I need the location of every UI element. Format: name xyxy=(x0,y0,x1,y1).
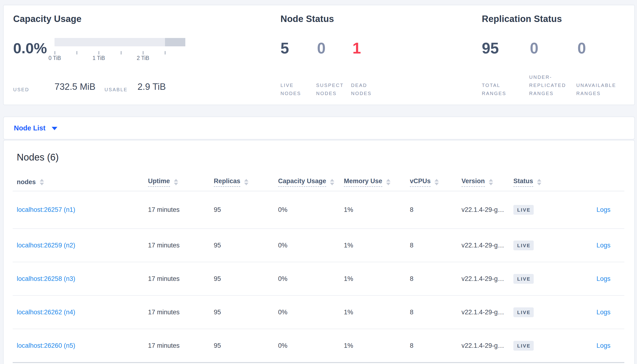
column-header-version[interactable]: Version xyxy=(457,178,509,187)
node-address-link[interactable]: localhost:26260 (n5) xyxy=(17,342,75,349)
column-header-label: Version xyxy=(462,178,485,187)
cluster-summary-card: Capacity Usage 0.0% 0 TiB 1 TiB 2 TiB US… xyxy=(3,5,635,105)
column-header-uptime[interactable]: Uptime xyxy=(144,178,210,187)
node-address-link[interactable]: localhost:26258 (n3) xyxy=(17,275,75,282)
cell-version: v22.1.4-29-g… xyxy=(457,342,509,350)
cell-logs: Logs xyxy=(557,242,624,249)
cell-version: v22.1.4-29-g… xyxy=(457,242,509,249)
cell-replicas: 95 xyxy=(210,242,274,249)
table-header-row: nodesUptimeReplicasCapacity UsageMemory … xyxy=(13,169,624,191)
chevron-down-icon xyxy=(52,127,57,130)
cell-address: localhost:26262 (n4) xyxy=(13,308,144,316)
cell-vcpus: 8 xyxy=(406,275,457,282)
column-header-replicas[interactable]: Replicas xyxy=(210,178,274,187)
sort-icon[interactable] xyxy=(40,179,44,185)
column-header-vcpus[interactable]: vCPUs xyxy=(406,178,457,187)
node-address-link[interactable]: localhost:26257 (n1) xyxy=(17,206,75,213)
sort-icon[interactable] xyxy=(489,179,493,185)
logs-link[interactable]: Logs xyxy=(596,242,610,249)
column-header-address[interactable]: nodes xyxy=(13,178,144,186)
capacity-axis-tick xyxy=(143,51,143,54)
cell-memory: 1% xyxy=(340,275,406,282)
cell-uptime: 17 minutes xyxy=(144,275,210,282)
capacity-used-label: USED xyxy=(13,87,30,92)
sort-icon[interactable] xyxy=(435,179,439,185)
table-row: localhost:26257 (n1)17 minutes950%1%8v22… xyxy=(13,191,624,228)
capacity-axis-label-1: 1 TiB xyxy=(87,55,111,62)
suspect-nodes-value: 0 xyxy=(317,39,326,58)
cell-memory: 1% xyxy=(340,242,406,249)
total-ranges-value: 95 xyxy=(482,39,499,58)
capacity-usage-title: Capacity Usage xyxy=(13,14,82,24)
cell-vcpus: 8 xyxy=(406,308,457,316)
table-row: localhost:26260 (n5)17 minutes950%1%8v22… xyxy=(13,329,624,362)
cell-uptime: 17 minutes xyxy=(144,206,210,214)
sort-icon[interactable] xyxy=(244,179,248,185)
cell-logs: Logs xyxy=(557,308,624,316)
cell-uptime: 17 minutes xyxy=(144,242,210,249)
node-table: nodesUptimeReplicasCapacity UsageMemory … xyxy=(13,169,624,363)
capacity-axis-label-0: 0 TiB xyxy=(43,55,67,62)
table-row: localhost:26259 (n2)17 minutes950%1%8v22… xyxy=(13,228,624,262)
cell-status: LIVE xyxy=(509,240,557,250)
status-badge: LIVE xyxy=(513,205,534,215)
cell-memory: 1% xyxy=(340,206,406,214)
under-replicated-ranges-label: UNDER- REPLICATED RANGES xyxy=(529,73,566,98)
nodes-heading: Nodes (6) xyxy=(17,152,59,163)
cell-replicas: 95 xyxy=(210,308,274,316)
cell-capacity: 0% xyxy=(274,242,340,249)
column-header-label: Memory Use xyxy=(344,178,382,187)
suspect-nodes-label: SUSPECT NODES xyxy=(316,81,344,98)
cell-capacity: 0% xyxy=(274,206,340,214)
sort-icon[interactable] xyxy=(537,179,541,185)
cell-address: localhost:26260 (n5) xyxy=(13,342,144,350)
capacity-usage-bar xyxy=(55,38,185,46)
capacity-percent-value: 0.0% xyxy=(13,39,47,58)
capacity-axis-tick xyxy=(99,51,99,54)
cell-capacity: 0% xyxy=(274,342,340,350)
logs-link[interactable]: Logs xyxy=(596,342,610,350)
cell-status: LIVE xyxy=(509,341,557,350)
capacity-used-value: 732.5 MiB xyxy=(55,82,95,92)
column-header-status[interactable]: Status xyxy=(509,178,557,187)
capacity-usable-label: USABLE xyxy=(105,87,128,92)
status-badge: LIVE xyxy=(513,274,534,284)
replication-status-title: Replication Status xyxy=(482,14,562,24)
cell-memory: 1% xyxy=(340,308,406,316)
cell-version: v22.1.4-29-g… xyxy=(457,206,509,214)
node-address-link[interactable]: localhost:26259 (n2) xyxy=(17,242,75,249)
nodes-section: Nodes (6) nodesUptimeReplicasCapacity Us… xyxy=(3,140,635,364)
column-header-label: Capacity Usage xyxy=(278,178,326,187)
column-header-memory[interactable]: Memory Use xyxy=(340,178,406,187)
cell-logs: Logs xyxy=(557,275,624,282)
cell-vcpus: 8 xyxy=(406,206,457,214)
cell-vcpus: 8 xyxy=(406,342,457,350)
dead-nodes-label: DEAD NODES xyxy=(351,81,372,98)
logs-link[interactable]: Logs xyxy=(596,275,610,282)
capacity-axis-tick xyxy=(121,51,121,54)
capacity-bar-end-segment xyxy=(165,38,185,46)
cell-address: localhost:26257 (n1) xyxy=(13,206,144,214)
status-badge: LIVE xyxy=(513,308,534,317)
capacity-axis-tick xyxy=(165,51,165,54)
cell-uptime: 17 minutes xyxy=(144,308,210,316)
sort-icon[interactable] xyxy=(174,179,178,185)
capacity-usable-value: 2.9 TiB xyxy=(138,82,166,92)
sort-icon[interactable] xyxy=(330,179,334,185)
logs-link[interactable]: Logs xyxy=(596,308,610,316)
column-header-label: vCPUs xyxy=(410,178,431,187)
status-badge: LIVE xyxy=(513,240,534,250)
cell-vcpus: 8 xyxy=(406,242,457,249)
view-switcher-dropdown[interactable]: Node List xyxy=(3,116,635,140)
cell-address: localhost:26259 (n2) xyxy=(13,242,144,249)
table-body: localhost:26257 (n1)17 minutes950%1%8v22… xyxy=(13,191,624,362)
sort-icon[interactable] xyxy=(386,179,391,185)
logs-link[interactable]: Logs xyxy=(596,206,610,214)
under-replicated-ranges-value: 0 xyxy=(530,39,538,58)
column-header-capacity[interactable]: Capacity Usage xyxy=(274,178,340,187)
column-header-label: nodes xyxy=(17,178,36,186)
node-status-title: Node Status xyxy=(280,14,334,24)
cell-memory: 1% xyxy=(340,342,406,350)
node-address-link[interactable]: localhost:26262 (n4) xyxy=(17,308,75,316)
cell-logs: Logs xyxy=(557,342,624,350)
